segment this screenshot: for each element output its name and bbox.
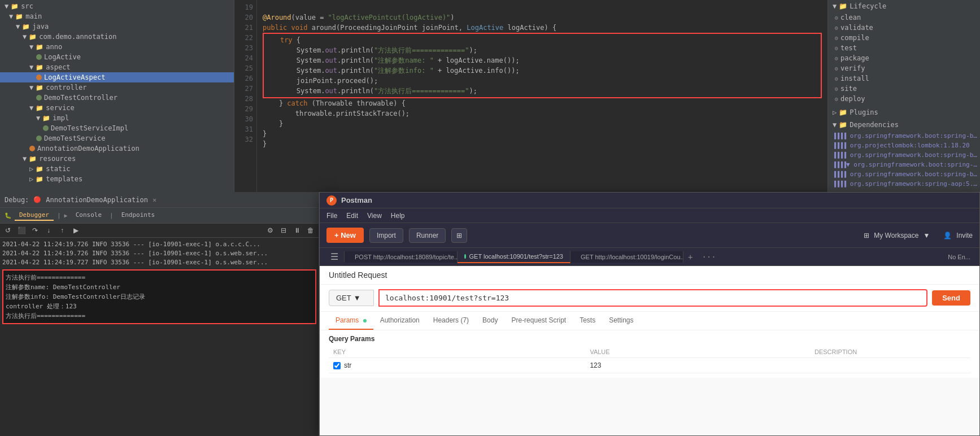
tree-item-src[interactable]: ▼ 📁 src <box>0 1 234 11</box>
runner-button[interactable]: Runner <box>409 228 446 243</box>
req-tab-authorization[interactable]: Authorization <box>373 312 426 330</box>
param-description-cell[interactable] <box>810 358 970 373</box>
debug-clear-btn[interactable]: 🗑 <box>305 225 316 236</box>
tree-label: controller <box>46 84 86 91</box>
maven-package[interactable]: ⚙ package <box>828 53 980 63</box>
maven-site[interactable]: ⚙ site <box>828 84 980 94</box>
tree-item-java[interactable]: ▼ 📁 java <box>0 21 234 32</box>
tab-debugger[interactable]: Debugger <box>15 210 54 221</box>
method-selector[interactable]: GET ▼ <box>329 290 374 306</box>
deps-arrow: ▼ <box>833 121 837 129</box>
folder-icon: 📁 <box>42 115 50 122</box>
debug-tabs: 🐛 Debugger | ▶ Console | Endpoints <box>0 208 319 224</box>
dep-2[interactable]: ▐▐▐▐ org.projectlombok:lombok:1.18.20 <box>828 141 980 150</box>
menu-view[interactable]: View <box>367 212 382 220</box>
new-button[interactable]: + New <box>326 228 364 243</box>
menu-file[interactable]: File <box>326 212 337 220</box>
req-tab-headers[interactable]: Headers (7) <box>426 312 476 330</box>
tree-item-resources[interactable]: ▼ 📁 resources <box>0 154 234 164</box>
url-input[interactable] <box>378 289 927 307</box>
req-tab-pre-script[interactable]: Pre-request Script <box>504 312 573 330</box>
req-tab-settings[interactable]: Settings <box>602 312 640 330</box>
debug-stop-btn[interactable]: ⬛ <box>16 225 27 236</box>
req-tab-body[interactable]: Body <box>476 312 504 330</box>
tab-post-topic[interactable]: POST http://localhost:18089/topic/te... <box>345 251 458 263</box>
tab-console[interactable]: Console <box>71 210 106 221</box>
line-numbers: 19 20 21 22 23 24 25 26 27 28 29 30 31 3… <box>234 0 257 192</box>
gear-icon: ⚙ <box>835 55 838 62</box>
tree-item-impl[interactable]: ▼ 📁 impl <box>0 113 234 123</box>
no-env-label[interactable]: No En... <box>943 254 975 260</box>
debug-restart-btn[interactable]: ↺ <box>2 225 14 236</box>
tree-item-logactiveaspect[interactable]: LogActiveAspect <box>0 72 234 82</box>
folder-arrow: ▼ <box>36 114 40 122</box>
tree-item-service[interactable]: ▼ 📁 service <box>0 103 234 113</box>
tree-item-templates[interactable]: ▷ 📁 templates <box>0 174 234 184</box>
layout-btn[interactable]: ⊞ <box>451 228 467 243</box>
request-row: GET ▼ Send <box>320 285 979 312</box>
debug-settings-btn[interactable]: ⚙ <box>264 225 276 236</box>
param-value-cell[interactable]: 123 <box>585 358 810 373</box>
tree-item-controller[interactable]: ▼ 📁 controller <box>0 82 234 93</box>
maven-test[interactable]: ⚙ test <box>828 43 980 53</box>
maven-install[interactable]: ⚙ install <box>828 73 980 84</box>
debug-step-over-btn[interactable]: ↷ <box>29 225 41 236</box>
req-tab-params[interactable]: Params <box>329 312 373 330</box>
postman-titlebar: P Postman <box>320 193 979 208</box>
tree-item-main[interactable]: ▼ 📁 main <box>0 11 234 21</box>
debug-pause-btn[interactable]: ⏸ <box>291 225 303 236</box>
param-checkbox[interactable] <box>333 362 341 369</box>
maven-compile[interactable]: ⚙ compile <box>828 33 980 43</box>
req-tab-tests[interactable]: Tests <box>573 312 602 330</box>
maven-deploy[interactable]: ⚙ deploy <box>828 94 980 104</box>
debug-filter-btn[interactable]: ⊟ <box>278 225 289 236</box>
tree-item-democtrl[interactable]: DemoTestController <box>0 93 234 103</box>
params-table: KEY VALUE DESCRIPTION str <box>329 346 970 373</box>
tree-item-anno[interactable]: ▼ 📁 anno <box>0 42 234 52</box>
param-key[interactable]: str <box>344 361 351 369</box>
maven-clean[interactable]: ⚙ clean <box>828 12 980 23</box>
dep-6[interactable]: ▐▐▐▐ org.springframework:spring-aop:5.3.… <box>828 179 980 189</box>
tab-endpoints[interactable]: Endpoints <box>117 210 160 221</box>
tab-get-test[interactable]: GET localhost:10901/test?str=123 <box>458 251 570 263</box>
plugins-section[interactable]: ▷ 📁 Plugins <box>828 106 980 119</box>
maven-panel: ▼ 📁 Lifecycle ⚙ clean ⚙ validate ⚙ compi… <box>827 0 980 192</box>
lifecycle-label: Lifecycle <box>850 2 886 10</box>
dep-5[interactable]: ▐▐▐▐ org.springframework.boot:spring-boo… <box>828 169 980 179</box>
sidebar-toggle[interactable]: ☰ <box>324 251 345 262</box>
workspace-selector[interactable]: ⊞ My Workspace ▼ 👤 Invite <box>864 232 973 239</box>
tree-item-logactive[interactable]: LogActive <box>0 52 234 62</box>
tree-label: templates <box>46 175 82 183</box>
dep-3[interactable]: ▐▐▐▐ org.springframework.boot:spring-boo… <box>828 150 980 160</box>
more-tabs-button[interactable]: ··· <box>697 250 720 264</box>
code-line-32: } <box>263 139 822 149</box>
debug-close-icon[interactable]: ✕ <box>153 196 156 204</box>
tree-item-com[interactable]: ▼ 📁 com.demo.annotation <box>0 32 234 42</box>
maven-item-label: compile <box>840 34 869 42</box>
tree-label: DemoTestService <box>44 134 105 142</box>
tree-item-demosvcimpl[interactable]: DemoTestServiceImpl <box>0 123 234 133</box>
send-button[interactable]: Send <box>932 290 970 306</box>
folder-arrow: ▼ <box>29 84 33 91</box>
import-button[interactable]: Import <box>369 228 403 243</box>
dep-4[interactable]: ▐▐▐▐▼ org.springframework.boot:spring-bo… <box>828 160 980 169</box>
request-name[interactable]: Untitled Request <box>320 266 979 285</box>
maven-verify[interactable]: ⚙ verify <box>828 63 980 73</box>
debug-run-btn[interactable]: ▶ <box>70 225 81 236</box>
settings-tab-label: Settings <box>609 316 633 324</box>
menu-help[interactable]: Help <box>391 212 405 220</box>
add-tab-button[interactable]: + <box>683 250 697 264</box>
maven-validate[interactable]: ⚙ validate <box>828 23 980 33</box>
pre-script-tab-label: Pre-request Script <box>511 316 566 324</box>
debug-step-into-btn[interactable]: ↓ <box>43 225 54 236</box>
dep-1[interactable]: ▐▐▐▐ org.springframework.boot:spring-boo… <box>828 131 980 141</box>
tab-get-login[interactable]: GET http://localhost:10019/loginCou... <box>570 251 683 263</box>
tree-item-aspect[interactable]: ▼ 📁 aspect <box>0 62 234 72</box>
tree-item-static[interactable]: ▷ 📁 static <box>0 164 234 174</box>
tree-item-demosvc[interactable]: DemoTestService <box>0 133 234 143</box>
menu-edit[interactable]: Edit <box>346 212 358 220</box>
dependencies-section[interactable]: ▼ 📁 Dependencies <box>828 119 980 131</box>
tree-item-annotationdemo[interactable]: AnnotationDemoApplication <box>0 143 234 154</box>
code-line-21: public void around(ProceedingJoinPoint j… <box>263 23 822 33</box>
debug-step-out-btn[interactable]: ↑ <box>56 225 68 236</box>
